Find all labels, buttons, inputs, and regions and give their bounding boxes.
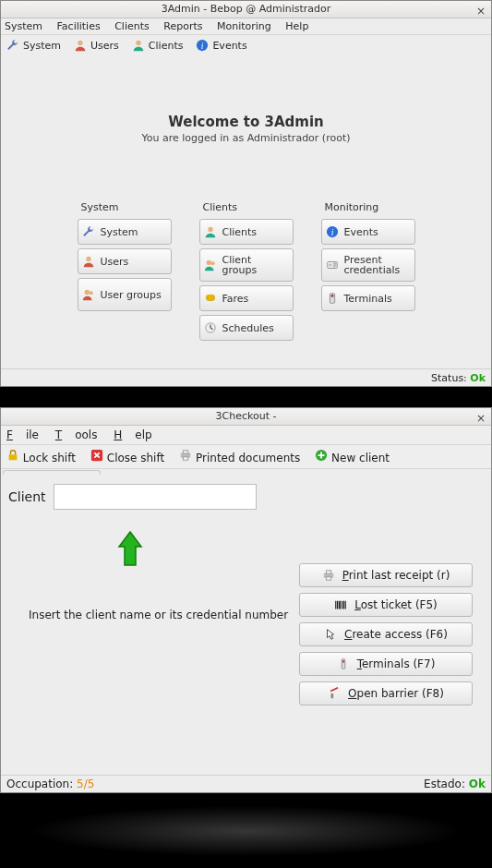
svg-text:i: i [330,227,333,237]
tb-new-client[interactable]: New client [315,449,390,464]
launch-system[interactable]: System [78,219,172,245]
menu-reports[interactable]: Reports [163,20,202,32]
user-icon [82,255,95,268]
svg-rect-26 [326,577,330,581]
close-icon[interactable]: × [476,410,486,427]
terminal-icon [326,292,339,305]
svg-rect-30 [330,687,339,692]
client-icon [132,39,145,52]
admin-titlebar[interactable]: 3Admin - Bebop @ Administrador × [1,1,491,18]
menu-file[interactable]: File [6,428,39,441]
welcome-heading: Welcome to 3Admin [1,114,491,130]
svg-point-7 [208,227,212,232]
wrench-icon [6,39,19,52]
lock-icon [6,449,19,462]
drop-shadow [0,806,492,868]
launch-present-credentials[interactable]: Present credentials [321,248,415,282]
svg-rect-25 [326,571,330,574]
col-system: System System Users User groups [78,201,172,344]
credentials-icon [326,259,339,271]
status-value: Ok [470,372,486,384]
users-icon [82,288,95,301]
barcode-icon [334,598,347,611]
svg-point-6 [89,291,92,295]
svg-point-8 [206,260,210,265]
menu-tools[interactable]: Tools [55,428,98,441]
checkout-title: 3Checkout - [216,410,277,422]
tb-clients[interactable]: Clients [132,39,184,52]
menu-help[interactable]: Help [114,428,151,441]
svg-point-1 [136,41,140,45]
info-icon: i [196,39,209,52]
svg-rect-29 [331,693,334,698]
btn-open-barrier[interactable]: Open barrier (F8) [299,681,473,705]
tb-printed-docs[interactable]: Printed documents [179,449,300,464]
wrench-icon [82,225,95,238]
tb-lock-shift[interactable]: Lock shift [6,449,76,464]
col-monitoring: Monitoring i Events Present credentials … [321,201,415,344]
client-row: Client [8,484,484,510]
clock-icon [204,321,217,334]
svg-text:i: i [201,41,204,51]
svg-rect-17 [330,295,333,297]
printer-icon [179,449,192,462]
action-column: Print last receipt (r) Lost ticket (F5) … [299,563,473,705]
terminal-icon [337,657,350,670]
close-icon[interactable]: × [476,3,486,19]
btn-create-access[interactable]: Create access (F6) [299,622,473,646]
checkout-titlebar[interactable]: 3Checkout - × [1,408,491,426]
admin-window: 3Admin - Bebop @ Administrador × System … [0,0,492,387]
close-shift-icon [90,449,103,462]
occupation: Occupation: 5/5 [6,778,94,790]
checkout-body: Client Insert the client name or its cre… [1,475,491,774]
checkout-menubar: File Tools Help [1,426,491,445]
svg-rect-18 [9,454,18,460]
tb-system[interactable]: System [6,39,61,52]
svg-rect-22 [184,457,188,461]
menu-help[interactable]: Help [285,20,308,32]
menu-clients[interactable]: Clients [114,20,150,32]
tb-events[interactable]: i Events [196,39,246,52]
svg-point-9 [210,261,214,265]
launcher-grid: System System Users User groups Clients [1,201,491,344]
clients-icon [204,259,217,271]
launch-users[interactable]: Users [78,248,172,274]
info-icon: i [326,225,339,238]
launch-events[interactable]: i Events [321,219,415,245]
checkout-statusbar: Occupation: 5/5 Estado: Ok [1,775,491,792]
launch-fares[interactable]: Fares [199,285,294,311]
coins-icon [204,292,217,305]
svg-rect-21 [184,451,188,454]
menu-monitoring[interactable]: Monitoring [217,20,271,32]
estado: Estado: Ok [424,778,486,790]
tb-users[interactable]: Users [74,39,119,52]
svg-point-5 [84,290,89,295]
launch-client-groups[interactable]: Client groups [199,248,294,282]
menu-system[interactable]: System [5,20,42,32]
checkout-window: 3Checkout - × File Tools Help Lock shift… [0,407,492,793]
svg-point-15 [329,263,331,266]
launch-schedules[interactable]: Schedules [199,315,294,341]
admin-title: 3Admin - Bebop @ Administrador [162,3,331,15]
tb-close-shift[interactable]: Close shift [90,449,164,464]
btn-terminals[interactable]: Terminals (F7) [299,652,473,676]
btn-lost-ticket[interactable]: Lost ticket (F5) [299,593,473,617]
btn-print-last-receipt[interactable]: Print last receipt (r) [299,563,473,587]
welcome-block: Welcome to 3Admin You are logged in as A… [1,114,491,144]
launch-clients[interactable]: Clients [199,219,294,245]
launch-user-groups[interactable]: User groups [78,278,172,311]
estado-value: Ok [469,778,486,790]
admin-statusbar: Status: Ok [1,368,491,386]
col-clients: Clients Clients Client groups Fares Sche… [199,201,294,344]
checkout-toolbar: Lock shift Close shift Printed documents… [1,445,491,469]
status-label: Status: [431,372,467,384]
col-clients-head: Clients [203,201,294,213]
admin-body: Welcome to 3Admin You are logged in as A… [1,53,491,368]
welcome-sub: You are logged in as Administrador (root… [1,132,491,144]
cursor-icon [324,628,337,641]
client-label: Client [8,489,46,504]
launch-terminals[interactable]: Terminals [321,285,415,311]
barrier-icon [328,687,341,700]
client-input[interactable] [54,484,257,510]
menu-facilities[interactable]: Facilities [57,20,101,32]
